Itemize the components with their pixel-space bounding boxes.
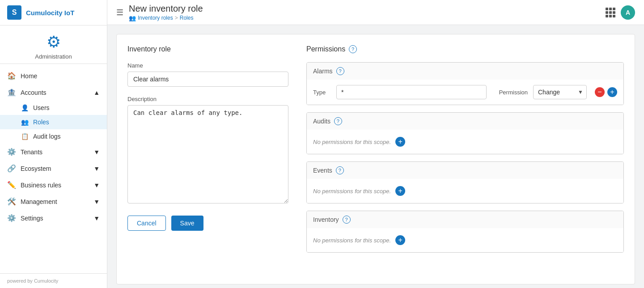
sidebar-item-label: Audit logs	[33, 133, 60, 140]
page-content: Inventory role Name Description Cancel S…	[107, 25, 644, 288]
sidebar: S Cumulocity IoT ⚙ Administration 🏠 Home…	[0, 0, 107, 288]
alarms-permission-label: Permission	[492, 89, 528, 96]
audits-scope: Audits ? No permissions for this scope. …	[306, 112, 624, 154]
permissions-title: Permissions	[306, 45, 345, 53]
inventory-help-icon[interactable]: ?	[343, 216, 351, 224]
user-avatar[interactable]: A	[621, 5, 635, 20]
sidebar-item-label: Roles	[33, 119, 49, 126]
page-title: New inventory role	[129, 4, 203, 14]
sidebar-item-label: Ecosystem	[21, 165, 51, 172]
alarms-scope-header: Alarms ?	[307, 63, 623, 80]
alarms-permission-select-wrapper: Change READ ALL ▼	[533, 85, 587, 99]
accounts-icon: 🏦	[7, 88, 16, 97]
audits-no-permissions-text: No permissions for this scope.	[313, 139, 391, 145]
description-form-group: Description	[127, 96, 288, 205]
chevron-down-icon: ▼	[93, 215, 100, 222]
events-scope-body: No permissions for this scope. +	[307, 179, 623, 203]
sidebar-item-users[interactable]: 👤 Users	[0, 101, 107, 115]
breadcrumb-separator: >	[175, 15, 178, 21]
sidebar-item-label: Accounts	[21, 89, 47, 96]
sidebar-item-home[interactable]: 🏠 Home	[0, 68, 107, 84]
topbar: ☰ New inventory role 👥 Inventory roles >…	[107, 0, 644, 25]
gear-icon: ⚙	[47, 33, 61, 51]
sidebar-item-ecosystem[interactable]: 🔗 Ecosystem ▼	[0, 160, 107, 177]
permissions-panel: Permissions ? Alarms ? Type Permission	[306, 45, 624, 273]
topbar-left: ☰ New inventory role 👥 Inventory roles >…	[116, 4, 203, 21]
audits-add-button[interactable]: +	[395, 137, 405, 147]
main-content: ☰ New inventory role 👥 Inventory roles >…	[107, 0, 644, 288]
alarms-label: Alarms	[313, 68, 333, 75]
events-scope: Events ? No permissions for this scope. …	[306, 161, 624, 203]
chevron-up-icon: ▲	[93, 89, 100, 96]
breadcrumb-link-inventory-roles[interactable]: Inventory roles	[138, 15, 173, 21]
breadcrumb-icon: 👥	[129, 15, 136, 21]
settings-icon: ⚙️	[7, 214, 16, 222]
events-scope-header: Events ?	[307, 162, 623, 179]
inventory-role-panel-title: Inventory role	[127, 45, 288, 53]
business-rules-icon: ✏️	[7, 181, 16, 189]
cancel-button[interactable]: Cancel	[127, 216, 166, 231]
events-no-permissions-text: No permissions for this scope.	[313, 188, 391, 195]
chevron-down-icon: ▼	[93, 198, 100, 205]
audits-help-icon[interactable]: ?	[334, 117, 342, 125]
sidebar-item-label: Business rules	[21, 182, 61, 189]
alarms-type-label: Type	[313, 89, 331, 96]
alarms-permission-select[interactable]: Change READ ALL	[533, 85, 587, 99]
user-icon: 👤	[21, 104, 29, 111]
topbar-right: A	[606, 5, 635, 20]
audits-label: Audits	[313, 118, 330, 125]
form-actions: Cancel Save	[127, 216, 288, 231]
alarms-scope-body: Type Permission Change READ ALL ▼	[307, 80, 623, 105]
inventory-no-permissions-text: No permissions for this scope.	[313, 237, 391, 244]
apps-grid-icon[interactable]	[606, 8, 615, 17]
management-icon: 🛠️	[7, 197, 16, 206]
alarms-permission-row: Type Permission Change READ ALL ▼	[313, 85, 617, 99]
alarms-help-icon[interactable]: ?	[336, 67, 344, 75]
permissions-header: Permissions ?	[306, 45, 624, 53]
audits-scope-header: Audits ?	[307, 113, 623, 130]
sidebar-brand: S Cumulocity IoT	[0, 0, 107, 25]
sidebar-item-label: Settings	[21, 215, 43, 222]
roles-icon: 👥	[21, 119, 29, 126]
sidebar-item-label: Management	[21, 198, 57, 205]
events-label: Events	[313, 167, 332, 174]
inventory-scope-body: No permissions for this scope. +	[307, 228, 623, 252]
inventory-add-button[interactable]: +	[395, 235, 405, 245]
sidebar-item-management[interactable]: 🛠️ Management ▼	[0, 193, 107, 210]
inventory-role-panel: Inventory role Name Description Cancel S…	[127, 45, 288, 273]
name-input[interactable]	[127, 72, 288, 87]
alarms-action-buttons: − +	[595, 87, 617, 97]
sidebar-item-label: Users	[33, 104, 50, 111]
name-label: Name	[127, 62, 288, 69]
audits-no-permissions: No permissions for this scope. +	[313, 135, 617, 148]
audits-scope-body: No permissions for this scope. +	[307, 130, 623, 154]
sidebar-item-accounts[interactable]: 🏦 Accounts ▲	[0, 84, 107, 101]
topbar-title-section: New inventory role 👥 Inventory roles > R…	[129, 4, 203, 21]
events-no-permissions: No permissions for this scope. +	[313, 184, 617, 198]
sidebar-item-business-rules[interactable]: ✏️ Business rules ▼	[0, 177, 107, 193]
inventory-scope-header: Inventory ?	[307, 211, 623, 228]
events-help-icon[interactable]: ?	[336, 166, 344, 174]
alarms-add-button[interactable]: +	[607, 87, 617, 97]
description-label: Description	[127, 96, 288, 102]
alarms-remove-button[interactable]: −	[595, 87, 605, 97]
sidebar-item-label: Home	[21, 72, 37, 80]
audit-icon: 📋	[21, 133, 29, 140]
breadcrumb-link-roles[interactable]: Roles	[180, 15, 194, 21]
sidebar-footer: powered by Cumulocity	[0, 273, 107, 288]
sidebar-item-roles[interactable]: 👥 Roles	[0, 115, 107, 129]
permissions-help-icon[interactable]: ?	[349, 45, 357, 53]
hamburger-icon[interactable]: ☰	[116, 8, 123, 17]
inventory-label: Inventory	[313, 216, 339, 223]
admin-section: ⚙ Administration	[0, 25, 107, 64]
page-card: Inventory role Name Description Cancel S…	[116, 34, 635, 284]
description-textarea[interactable]	[127, 105, 288, 203]
alarms-scope: Alarms ? Type Permission Change READ	[306, 62, 624, 105]
save-button[interactable]: Save	[171, 216, 203, 231]
sidebar-item-tenants[interactable]: ⚙️ Tenants ▼	[0, 144, 107, 160]
events-add-button[interactable]: +	[395, 186, 405, 196]
sidebar-item-audit-logs[interactable]: 📋 Audit logs	[0, 129, 107, 144]
alarms-type-input[interactable]	[336, 85, 487, 99]
sidebar-item-settings[interactable]: ⚙️ Settings ▼	[0, 210, 107, 226]
ecosystem-icon: 🔗	[7, 164, 16, 173]
